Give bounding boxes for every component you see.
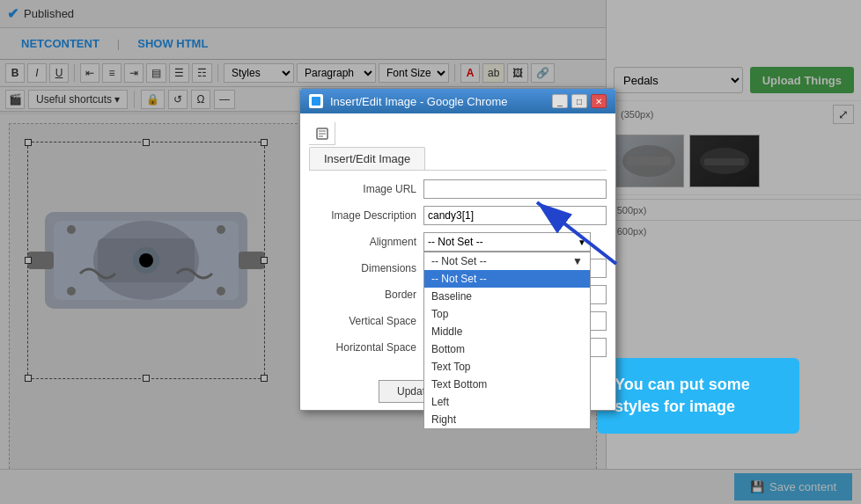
- dialog-title-icon: [309, 94, 323, 108]
- vertical-space-label: Vertical Space: [309, 315, 423, 327]
- alignment-option-bottom[interactable]: Bottom: [424, 340, 590, 358]
- dialog-title-left: Insert/Edit Image - Google Chrome: [309, 94, 508, 108]
- image-url-label: Image URL: [309, 183, 423, 195]
- dimensions-label: Dimensions: [309, 262, 423, 274]
- dialog-tab-bar: Insert/Edit Image: [309, 147, 607, 171]
- dialog-tab-area: [309, 122, 607, 145]
- dialog-titlebar[interactable]: Insert/Edit Image - Google Chrome _ □ ✕: [300, 89, 615, 113]
- tooltip-text: You can put some styles for image: [614, 376, 750, 415]
- svg-rect-18: [312, 97, 320, 106]
- alignment-option-text-bottom[interactable]: Text Bottom: [424, 376, 590, 393]
- dialog-doc-icon: [315, 128, 329, 140]
- tooltip-box: You can put some styles for image: [597, 358, 799, 434]
- dialog-controls: _ □ ✕: [552, 94, 607, 108]
- alignment-option-text-top[interactable]: Text Top: [424, 358, 590, 376]
- dialog-title-text: Insert/Edit Image - Google Chrome: [330, 95, 508, 108]
- alignment-option-right[interactable]: Right: [424, 411, 590, 428]
- alignment-option-left[interactable]: Left: [424, 393, 590, 411]
- border-label: Border: [309, 289, 423, 301]
- horizontal-space-label: Horizontal Space: [309, 341, 423, 354]
- insert-edit-image-tab[interactable]: Insert/Edit Image: [309, 147, 425, 170]
- annotation-arrow: [493, 176, 634, 281]
- alignment-option-baseline[interactable]: Baseline: [424, 288, 590, 305]
- image-desc-label: Image Description: [309, 209, 423, 222]
- dialog-maximize-button[interactable]: □: [571, 94, 587, 108]
- dialog-close-button[interactable]: ✕: [591, 94, 607, 108]
- alignment-option-middle[interactable]: Middle: [424, 323, 590, 340]
- alignment-label: Alignment: [309, 236, 423, 248]
- alignment-option-top[interactable]: Top: [424, 305, 590, 323]
- dialog-minimize-button[interactable]: _: [552, 94, 568, 108]
- svg-line-17: [537, 202, 616, 264]
